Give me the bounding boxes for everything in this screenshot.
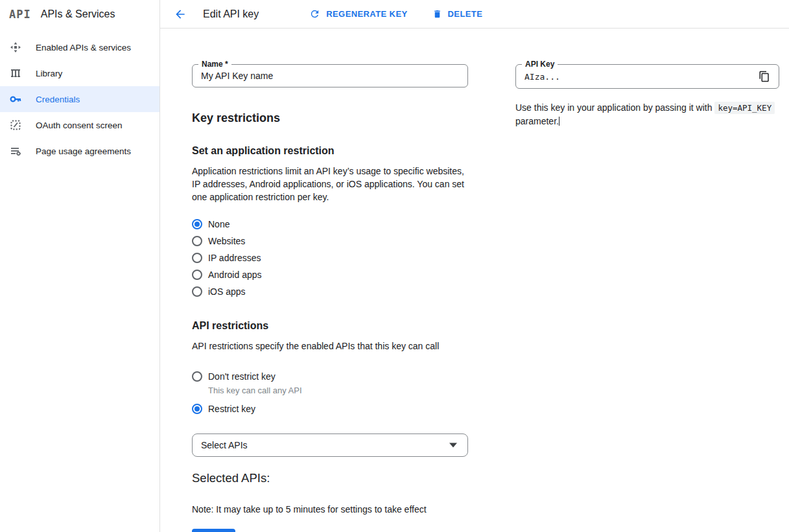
sidebar-item-oauth-consent[interactable]: OAuth consent screen	[0, 112, 159, 138]
radio-button-icon	[192, 253, 202, 263]
sidebar-item-credentials[interactable]: Credentials	[0, 86, 159, 112]
radio-button-icon	[192, 286, 202, 297]
form-column: Name * My API Key name Key restrictions …	[192, 29, 468, 532]
sidebar-item-enabled-apis[interactable]: Enabled APIs & services	[0, 34, 159, 60]
regenerate-key-button[interactable]: REGENERATE KEY	[304, 5, 412, 23]
app-restriction-description: Application restrictions limit an API ke…	[192, 165, 468, 203]
sidebar: API APIs & Services Enabled	[0, 0, 160, 532]
delete-icon	[432, 8, 442, 19]
settings-note: Note: It may take up to 5 minutes for se…	[192, 504, 468, 515]
refresh-icon	[309, 8, 320, 19]
topbar: Edit API key REGENERATE KEY DELETE	[160, 0, 789, 29]
radio-dont-restrict-key[interactable]: Don't restrict key	[192, 368, 468, 385]
radio-button-icon	[192, 270, 202, 280]
radio-websites[interactable]: Websites	[192, 233, 468, 249]
form-actions: SAVE CANCEL	[192, 529, 468, 532]
api-restrictions-description: API restrictions specify the enabled API…	[192, 340, 468, 353]
radio-button-icon	[192, 404, 202, 414]
api-key-help-text: Use this key in your application by pass…	[515, 101, 779, 128]
app-restriction-radio-group: None Websites IP addresses Android apps …	[192, 216, 468, 300]
sidebar-header: API APIs & Services	[0, 0, 159, 29]
api-product-logo: API	[9, 8, 31, 21]
name-field-label: Name *	[198, 60, 231, 69]
radio-restrict-key[interactable]: Restrict key	[192, 400, 468, 417]
enabled-apis-icon	[9, 41, 22, 54]
delete-label: DELETE	[448, 9, 483, 19]
page-title: Edit API key	[203, 8, 259, 20]
radio-none[interactable]: None	[192, 216, 468, 233]
help-text-after: parameter.	[515, 116, 559, 126]
sidebar-item-label: Credentials	[36, 95, 80, 104]
radio-label: IP addresses	[208, 253, 261, 263]
app-restriction-title: Set an application restriction	[192, 145, 468, 157]
radio-label: Don't restrict key	[208, 371, 276, 382]
radio-label: Android apps	[208, 270, 262, 280]
save-button[interactable]: SAVE	[192, 529, 235, 532]
radio-label: iOS apps	[208, 286, 246, 297]
topbar-actions: REGENERATE KEY DELETE	[304, 5, 488, 23]
sidebar-item-label: Page usage agreements	[36, 146, 131, 156]
radio-ios-apps[interactable]: iOS apps	[192, 283, 468, 300]
copy-icon[interactable]	[758, 70, 771, 83]
radio-button-icon	[192, 219, 202, 229]
sidebar-item-label: Enabled APIs & services	[36, 43, 131, 52]
api-restriction-radio-group: Don't restrict key This key can call any…	[192, 368, 468, 417]
sidebar-item-library[interactable]: Library	[0, 60, 159, 86]
edit-api-key-page: API APIs & Services Enabled	[0, 0, 789, 532]
help-text-before: Use this key in your application by pass…	[515, 102, 712, 113]
delete-button[interactable]: DELETE	[427, 5, 488, 23]
product-name: APIs & Services	[41, 8, 115, 20]
oauth-icon	[9, 119, 22, 132]
name-field[interactable]: Name * My API Key name	[192, 64, 468, 87]
api-key-field: API Key AIza...	[515, 64, 779, 89]
radio-label: Restrict key	[208, 404, 255, 414]
back-arrow-icon	[174, 8, 187, 21]
sidebar-item-page-usage[interactable]: Page usage agreements	[0, 138, 159, 164]
api-key-code-chip: key=API_KEY	[714, 102, 775, 114]
key-icon	[9, 93, 22, 106]
selected-apis-title: Selected APIs:	[192, 471, 468, 485]
agreements-icon	[9, 145, 22, 157]
sidebar-item-label: Library	[36, 69, 62, 78]
text-cursor	[559, 117, 559, 126]
content: Name * My API Key name Key restrictions …	[160, 29, 789, 532]
radio-ip-addresses[interactable]: IP addresses	[192, 249, 468, 266]
api-key-field-label: API Key	[522, 60, 558, 69]
radio-button-icon	[192, 371, 202, 382]
api-key-column: API Key AIza... Use this key in your app…	[515, 29, 779, 128]
radio-label: None	[208, 219, 230, 229]
chevron-down-icon	[449, 443, 457, 448]
radio-label: Websites	[208, 236, 245, 246]
back-button[interactable]	[172, 6, 188, 22]
regenerate-key-label: REGENERATE KEY	[326, 9, 407, 19]
api-restrictions-title: API restrictions	[192, 320, 468, 332]
sidebar-nav: Enabled APIs & services	[0, 29, 159, 164]
radio-android-apps[interactable]: Android apps	[192, 266, 468, 283]
radio-button-icon	[192, 236, 202, 246]
key-restrictions-title: Key restrictions	[192, 111, 468, 125]
dont-restrict-sublabel: This key can call any API	[208, 385, 468, 397]
name-field-value[interactable]: My API Key name	[193, 71, 273, 81]
sidebar-item-label: OAuth consent screen	[36, 121, 123, 130]
library-icon	[9, 67, 22, 80]
api-key-value: AIza...	[516, 72, 560, 82]
select-apis-value: Select APIs	[193, 440, 248, 450]
select-apis-dropdown[interactable]: Select APIs	[192, 434, 468, 457]
